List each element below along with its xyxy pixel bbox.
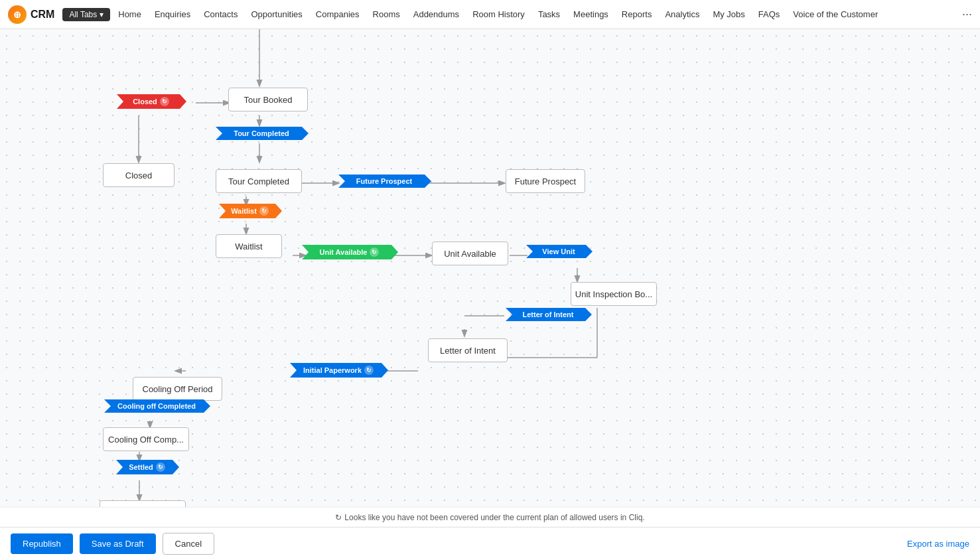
topbar: ⊕ CRM All Tabs ▾ Home Enquiries Contacts… [0,0,980,29]
nav-myjobs[interactable]: My Jobs [707,7,750,22]
view-unit-badge[interactable]: View Unit [526,245,593,258]
flow-canvas: Closed ↻ Tour Booked Tour Completed Clos… [0,29,980,527]
nav-companies[interactable]: Companies [311,7,365,22]
notice-bar: ↻ Looks like you have not been covered u… [0,507,980,527]
tour-booked-node[interactable]: Tour Booked [228,88,308,111]
refresh-icon-settled: ↻ [156,462,165,472]
closed-node[interactable]: Closed [103,163,175,187]
unit-available-node[interactable]: Unit Available [432,242,508,265]
tour-completed-badge[interactable]: Tour Completed [216,127,309,140]
nav-addendums[interactable]: Addendums [408,7,464,22]
all-tabs-button[interactable]: All Tabs ▾ [62,8,110,21]
nav-more-icon[interactable]: ··· [962,7,972,21]
future-prospect-node[interactable]: Future Prospect [506,169,585,193]
nav-tasks[interactable]: Tasks [533,7,565,22]
nav-enquiries[interactable]: Enquiries [149,7,196,22]
nav-meetings[interactable]: Meetings [568,7,614,22]
nav-voice[interactable]: Voice of the Customer [788,7,883,22]
crm-logo: ⊕ CRM [8,5,54,24]
cancel-button[interactable]: Cancel [163,533,214,555]
republish-button[interactable]: Republish [11,533,73,554]
nav-faqs[interactable]: FAQs [753,7,786,22]
notice-icon: ↻ [335,513,342,522]
nav-home[interactable]: Home [113,7,147,22]
bottombar: Republish Save as Draft Cancel Export as… [0,527,980,560]
initial-paperwork-badge[interactable]: Initial Paperwork ↻ [290,363,388,378]
nav-analytics[interactable]: Analytics [660,7,705,22]
cooling-off-node[interactable]: Cooling Off Period [133,377,222,401]
nav-reports[interactable]: Reports [616,7,658,22]
nav-contacts[interactable]: Contacts [198,7,243,22]
nav-rooms[interactable]: Rooms [368,7,405,22]
unit-inspection-node[interactable]: Unit Inspection Bo... [571,282,657,306]
letter-of-intent-node[interactable]: Letter of Intent [428,338,508,362]
letter-of-intent-badge[interactable]: Letter of Intent [506,308,592,321]
export-link[interactable]: Export as image [907,539,969,549]
refresh-icon-waitlist: ↻ [259,206,269,216]
refresh-icon: ↻ [160,97,169,106]
nav-room-history[interactable]: Room History [467,7,530,22]
future-prospect-badge[interactable]: Future Prospect [338,175,431,188]
tour-completed-node[interactable]: Tour Completed [216,169,302,193]
refresh-icon-unit: ↻ [370,247,379,257]
cooling-off-completed-badge[interactable]: Cooling off Completed [104,399,210,413]
save-draft-button[interactable]: Save as Draft [80,533,156,554]
waitlist-node[interactable]: Waitlist [216,234,282,258]
nav-opportunities[interactable]: Opportunities [245,7,307,22]
closed-badge[interactable]: Closed ↻ [117,94,186,109]
unit-available-badge[interactable]: Unit Available ↻ [302,245,398,259]
refresh-icon-paperwork: ↻ [364,366,374,375]
cooling-off-comp-node[interactable]: Cooling Off Comp... [103,427,189,451]
settled-badge[interactable]: Settled ↻ [116,460,179,474]
crm-logo-text: CRM [31,9,54,21]
crm-logo-icon: ⊕ [8,5,27,24]
waitlist-badge[interactable]: Waitlist ↻ [219,204,282,218]
